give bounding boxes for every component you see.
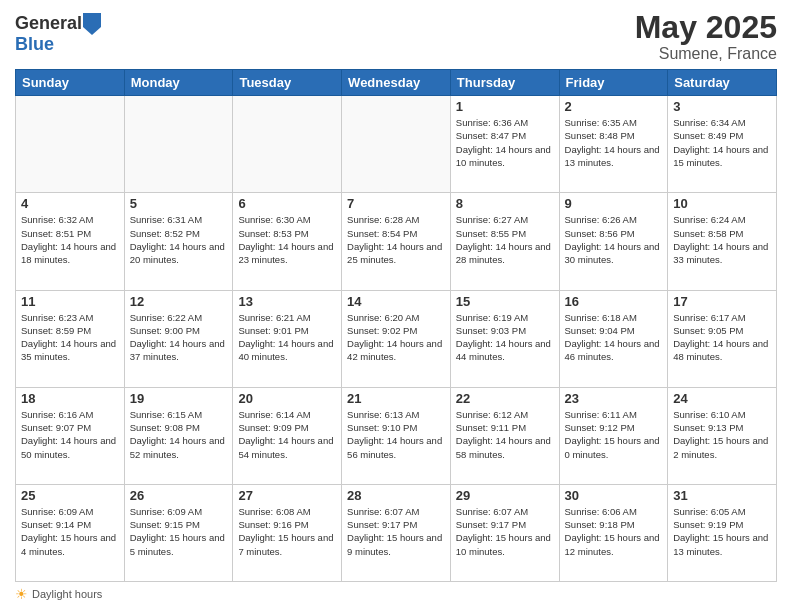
calendar-week-row: 4Sunrise: 6:32 AM Sunset: 8:51 PM Daylig…: [16, 193, 777, 290]
table-row: 25Sunrise: 6:09 AM Sunset: 9:14 PM Dayli…: [16, 484, 125, 581]
day-number: 29: [456, 488, 554, 503]
day-number: 12: [130, 294, 228, 309]
table-row: 7Sunrise: 6:28 AM Sunset: 8:54 PM Daylig…: [342, 193, 451, 290]
page: General Blue May 2025 Sumene, France Sun…: [0, 0, 792, 612]
day-number: 25: [21, 488, 119, 503]
day-info: Sunrise: 6:16 AM Sunset: 9:07 PM Dayligh…: [21, 408, 119, 461]
day-number: 22: [456, 391, 554, 406]
table-row: 6Sunrise: 6:30 AM Sunset: 8:53 PM Daylig…: [233, 193, 342, 290]
table-row: 29Sunrise: 6:07 AM Sunset: 9:17 PM Dayli…: [450, 484, 559, 581]
day-number: 18: [21, 391, 119, 406]
col-friday: Friday: [559, 70, 668, 96]
day-number: 9: [565, 196, 663, 211]
day-info: Sunrise: 6:27 AM Sunset: 8:55 PM Dayligh…: [456, 213, 554, 266]
calendar-table: Sunday Monday Tuesday Wednesday Thursday…: [15, 69, 777, 582]
table-row: 31Sunrise: 6:05 AM Sunset: 9:19 PM Dayli…: [668, 484, 777, 581]
day-info: Sunrise: 6:07 AM Sunset: 9:17 PM Dayligh…: [347, 505, 445, 558]
day-number: 30: [565, 488, 663, 503]
day-info: Sunrise: 6:06 AM Sunset: 9:18 PM Dayligh…: [565, 505, 663, 558]
table-row: [124, 96, 233, 193]
table-row: 11Sunrise: 6:23 AM Sunset: 8:59 PM Dayli…: [16, 290, 125, 387]
header: General Blue May 2025 Sumene, France: [15, 10, 777, 63]
table-row: 30Sunrise: 6:06 AM Sunset: 9:18 PM Dayli…: [559, 484, 668, 581]
day-info: Sunrise: 6:09 AM Sunset: 9:15 PM Dayligh…: [130, 505, 228, 558]
table-row: 4Sunrise: 6:32 AM Sunset: 8:51 PM Daylig…: [16, 193, 125, 290]
table-row: 21Sunrise: 6:13 AM Sunset: 9:10 PM Dayli…: [342, 387, 451, 484]
table-row: 27Sunrise: 6:08 AM Sunset: 9:16 PM Dayli…: [233, 484, 342, 581]
svg-marker-0: [83, 13, 101, 35]
day-number: 4: [21, 196, 119, 211]
day-number: 3: [673, 99, 771, 114]
table-row: 19Sunrise: 6:15 AM Sunset: 9:08 PM Dayli…: [124, 387, 233, 484]
table-row: 9Sunrise: 6:26 AM Sunset: 8:56 PM Daylig…: [559, 193, 668, 290]
col-saturday: Saturday: [668, 70, 777, 96]
day-info: Sunrise: 6:05 AM Sunset: 9:19 PM Dayligh…: [673, 505, 771, 558]
day-info: Sunrise: 6:12 AM Sunset: 9:11 PM Dayligh…: [456, 408, 554, 461]
calendar-week-row: 25Sunrise: 6:09 AM Sunset: 9:14 PM Dayli…: [16, 484, 777, 581]
day-info: Sunrise: 6:21 AM Sunset: 9:01 PM Dayligh…: [238, 311, 336, 364]
day-info: Sunrise: 6:08 AM Sunset: 9:16 PM Dayligh…: [238, 505, 336, 558]
table-row: 14Sunrise: 6:20 AM Sunset: 9:02 PM Dayli…: [342, 290, 451, 387]
day-info: Sunrise: 6:30 AM Sunset: 8:53 PM Dayligh…: [238, 213, 336, 266]
calendar-week-row: 1Sunrise: 6:36 AM Sunset: 8:47 PM Daylig…: [16, 96, 777, 193]
day-number: 2: [565, 99, 663, 114]
day-info: Sunrise: 6:26 AM Sunset: 8:56 PM Dayligh…: [565, 213, 663, 266]
day-info: Sunrise: 6:07 AM Sunset: 9:17 PM Dayligh…: [456, 505, 554, 558]
day-info: Sunrise: 6:15 AM Sunset: 9:08 PM Dayligh…: [130, 408, 228, 461]
day-info: Sunrise: 6:10 AM Sunset: 9:13 PM Dayligh…: [673, 408, 771, 461]
table-row: 23Sunrise: 6:11 AM Sunset: 9:12 PM Dayli…: [559, 387, 668, 484]
table-row: 28Sunrise: 6:07 AM Sunset: 9:17 PM Dayli…: [342, 484, 451, 581]
day-info: Sunrise: 6:32 AM Sunset: 8:51 PM Dayligh…: [21, 213, 119, 266]
table-row: 26Sunrise: 6:09 AM Sunset: 9:15 PM Dayli…: [124, 484, 233, 581]
title-section: May 2025 Sumene, France: [635, 10, 777, 63]
day-info: Sunrise: 6:17 AM Sunset: 9:05 PM Dayligh…: [673, 311, 771, 364]
day-number: 28: [347, 488, 445, 503]
table-row: 12Sunrise: 6:22 AM Sunset: 9:00 PM Dayli…: [124, 290, 233, 387]
day-info: Sunrise: 6:28 AM Sunset: 8:54 PM Dayligh…: [347, 213, 445, 266]
table-row: [16, 96, 125, 193]
table-row: 18Sunrise: 6:16 AM Sunset: 9:07 PM Dayli…: [16, 387, 125, 484]
table-row: [233, 96, 342, 193]
day-info: Sunrise: 6:31 AM Sunset: 8:52 PM Dayligh…: [130, 213, 228, 266]
table-row: 17Sunrise: 6:17 AM Sunset: 9:05 PM Dayli…: [668, 290, 777, 387]
footer: ☀ Daylight hours: [15, 586, 777, 602]
logo-blue: Blue: [15, 35, 101, 55]
day-number: 13: [238, 294, 336, 309]
table-row: 24Sunrise: 6:10 AM Sunset: 9:13 PM Dayli…: [668, 387, 777, 484]
day-info: Sunrise: 6:11 AM Sunset: 9:12 PM Dayligh…: [565, 408, 663, 461]
sun-icon: ☀: [15, 586, 28, 602]
day-number: 1: [456, 99, 554, 114]
day-info: Sunrise: 6:20 AM Sunset: 9:02 PM Dayligh…: [347, 311, 445, 364]
day-info: Sunrise: 6:36 AM Sunset: 8:47 PM Dayligh…: [456, 116, 554, 169]
day-number: 17: [673, 294, 771, 309]
day-number: 31: [673, 488, 771, 503]
day-number: 24: [673, 391, 771, 406]
day-number: 10: [673, 196, 771, 211]
table-row: [342, 96, 451, 193]
day-info: Sunrise: 6:23 AM Sunset: 8:59 PM Dayligh…: [21, 311, 119, 364]
day-info: Sunrise: 6:14 AM Sunset: 9:09 PM Dayligh…: [238, 408, 336, 461]
col-thursday: Thursday: [450, 70, 559, 96]
table-row: 20Sunrise: 6:14 AM Sunset: 9:09 PM Dayli…: [233, 387, 342, 484]
day-info: Sunrise: 6:22 AM Sunset: 9:00 PM Dayligh…: [130, 311, 228, 364]
col-wednesday: Wednesday: [342, 70, 451, 96]
logo-general: General: [15, 14, 101, 35]
table-row: 15Sunrise: 6:19 AM Sunset: 9:03 PM Dayli…: [450, 290, 559, 387]
day-info: Sunrise: 6:13 AM Sunset: 9:10 PM Dayligh…: [347, 408, 445, 461]
day-number: 8: [456, 196, 554, 211]
day-number: 20: [238, 391, 336, 406]
table-row: 16Sunrise: 6:18 AM Sunset: 9:04 PM Dayli…: [559, 290, 668, 387]
day-number: 19: [130, 391, 228, 406]
table-row: 2Sunrise: 6:35 AM Sunset: 8:48 PM Daylig…: [559, 96, 668, 193]
table-row: 22Sunrise: 6:12 AM Sunset: 9:11 PM Dayli…: [450, 387, 559, 484]
day-info: Sunrise: 6:19 AM Sunset: 9:03 PM Dayligh…: [456, 311, 554, 364]
logo: General Blue: [15, 14, 101, 55]
footer-note: Daylight hours: [32, 588, 102, 600]
day-info: Sunrise: 6:24 AM Sunset: 8:58 PM Dayligh…: [673, 213, 771, 266]
day-number: 15: [456, 294, 554, 309]
main-title: May 2025: [635, 10, 777, 45]
day-info: Sunrise: 6:34 AM Sunset: 8:49 PM Dayligh…: [673, 116, 771, 169]
table-row: 10Sunrise: 6:24 AM Sunset: 8:58 PM Dayli…: [668, 193, 777, 290]
day-info: Sunrise: 6:18 AM Sunset: 9:04 PM Dayligh…: [565, 311, 663, 364]
day-number: 6: [238, 196, 336, 211]
